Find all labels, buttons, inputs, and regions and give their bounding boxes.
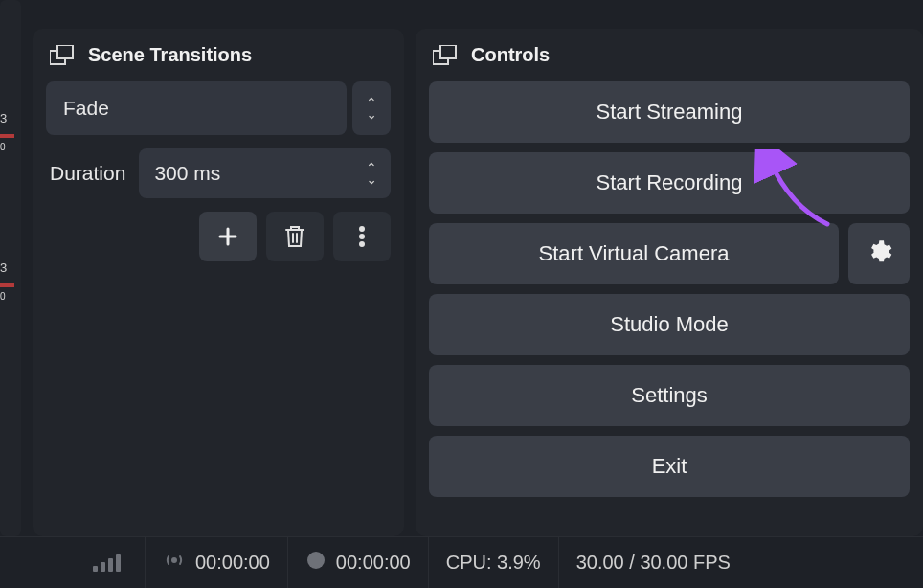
record-time: 00:00:00 xyxy=(336,552,411,574)
svg-point-7 xyxy=(171,557,177,563)
start-streaming-button[interactable]: Start Streaming xyxy=(429,81,910,143)
duration-input[interactable]: 300 ms ⌃ ⌃ xyxy=(139,148,391,198)
chevron-down-icon: ⌃ xyxy=(366,173,377,185)
transition-stepper[interactable]: ⌃ ⌃ xyxy=(352,81,391,135)
record-icon xyxy=(305,550,326,576)
cpu-text: CPU: 3.9% xyxy=(446,552,541,574)
panel-header: Scene Transitions xyxy=(33,29,404,81)
transition-options-button[interactable] xyxy=(333,212,391,261)
add-transition-button[interactable] xyxy=(199,212,257,261)
edge-red-bar xyxy=(0,283,14,287)
network-status xyxy=(69,537,146,588)
panel-header: Controls xyxy=(416,29,923,81)
start-recording-button[interactable]: Start Recording xyxy=(429,152,910,214)
delete-transition-button[interactable] xyxy=(266,212,324,261)
button-label: Studio Mode xyxy=(610,312,729,337)
svg-point-2 xyxy=(359,226,365,232)
chevron-down-icon: ⌃ xyxy=(366,108,377,120)
panel-title: Controls xyxy=(471,44,550,66)
exit-button[interactable]: Exit xyxy=(429,436,910,497)
record-status: 00:00:00 xyxy=(288,537,429,588)
button-label: Start Streaming xyxy=(597,100,743,124)
status-spacer xyxy=(0,537,69,588)
edge-mark: 3 xyxy=(0,111,7,125)
button-label: Start Virtual Camera xyxy=(539,241,730,266)
duration-label: Duration xyxy=(46,162,125,185)
dock-popout-icon[interactable] xyxy=(50,45,75,66)
studio-mode-button[interactable]: Studio Mode xyxy=(429,294,910,355)
transition-select[interactable]: Fade xyxy=(46,81,347,135)
controls-panel: Controls Start Streaming Start Recording… xyxy=(416,29,923,536)
dock-popout-icon[interactable] xyxy=(433,45,458,66)
edge-mark: 3 xyxy=(0,260,7,275)
edge-red-bar xyxy=(0,134,14,138)
left-edge-panel: 3 0 3 0 xyxy=(0,0,21,536)
svg-point-4 xyxy=(359,241,365,247)
stream-status: 00:00:00 xyxy=(146,537,288,588)
svg-point-8 xyxy=(307,552,325,569)
button-label: Start Recording xyxy=(597,170,743,195)
edge-mark: 0 xyxy=(0,142,6,152)
transition-selected-value: Fade xyxy=(63,97,109,120)
scene-transitions-panel: Scene Transitions Fade ⌃ ⌃ Duration 300 … xyxy=(33,29,404,536)
cpu-status: CPU: 3.9% xyxy=(429,537,559,588)
button-label: Exit xyxy=(652,454,687,479)
svg-rect-6 xyxy=(440,45,456,58)
gear-icon xyxy=(866,238,892,269)
fps-status: 30.00 / 30.00 FPS xyxy=(559,537,748,588)
button-label: Settings xyxy=(631,383,708,408)
duration-value: 300 ms xyxy=(139,148,352,198)
virtual-camera-settings-button[interactable] xyxy=(848,223,910,284)
edge-mark: 0 xyxy=(0,291,6,302)
svg-rect-1 xyxy=(57,45,73,58)
svg-point-3 xyxy=(359,234,365,239)
fps-text: 30.00 / 30.00 FPS xyxy=(576,552,731,574)
status-bar: 00:00:00 00:00:00 CPU: 3.9% 30.00 / 30.0… xyxy=(0,536,923,588)
start-virtual-camera-button[interactable]: Start Virtual Camera xyxy=(429,223,839,284)
stream-time: 00:00:00 xyxy=(195,552,270,574)
broadcast-icon xyxy=(163,549,186,577)
duration-stepper[interactable]: ⌃ ⌃ xyxy=(352,148,391,198)
signal-bars-icon xyxy=(93,554,121,572)
settings-button[interactable]: Settings xyxy=(429,365,910,426)
panel-title: Scene Transitions xyxy=(88,44,252,66)
